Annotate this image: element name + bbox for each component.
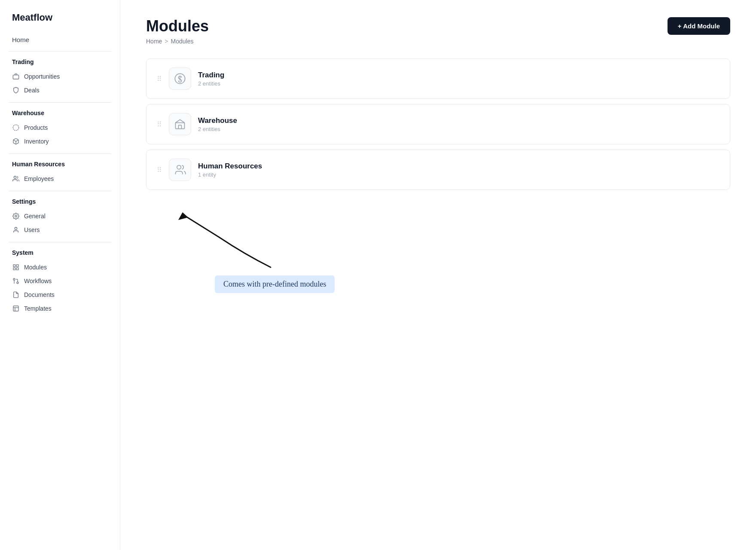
sidebar-item-inventory[interactable]: Inventory — [9, 134, 111, 148]
sidebar: Meatflow Home Trading Opportunities Deal… — [0, 0, 120, 550]
grid-icon — [12, 263, 20, 271]
file-icon — [12, 291, 20, 299]
module-card-hr[interactable]: ⠿ Human Resources 1 entity — [146, 150, 730, 190]
svg-rect-13 — [13, 306, 18, 311]
module-card-trading[interactable]: ⠿ Trading 2 entities — [146, 58, 730, 99]
app-logo: Meatflow — [9, 12, 111, 23]
sidebar-item-employees[interactable]: Employees — [9, 172, 111, 186]
user-settings-icon — [12, 226, 20, 234]
warehouse-icon — [174, 118, 186, 130]
sidebar-divider-5 — [9, 242, 111, 242]
sidebar-item-users[interactable]: Users — [9, 223, 111, 237]
warehouse-module-entities: 2 entities — [198, 126, 237, 132]
module-card-warehouse[interactable]: ⠿ Warehouse 2 entities — [146, 104, 730, 144]
annotation: Comes with pre-defined modules — [146, 203, 730, 297]
modules-list: ⠿ Trading 2 entities ⠿ — [146, 58, 730, 190]
drag-handle-trading[interactable]: ⠿ — [157, 75, 162, 83]
svg-rect-0 — [13, 75, 18, 79]
svg-point-11 — [13, 278, 15, 280]
workflow-icon — [12, 277, 20, 285]
briefcase-icon — [12, 73, 20, 80]
svg-rect-18 — [176, 123, 185, 129]
add-module-button[interactable]: + Add Module — [668, 17, 730, 35]
hr-icon-wrapper — [169, 159, 191, 181]
drag-handle-hr[interactable]: ⠿ — [157, 166, 162, 174]
sidebar-section-trading: Trading — [9, 57, 111, 67]
sidebar-item-modules[interactable]: Modules — [9, 260, 111, 274]
svg-point-10 — [17, 282, 18, 284]
trading-module-name: Trading — [198, 71, 224, 79]
sidebar-item-opportunities[interactable]: Opportunities — [9, 70, 111, 83]
svg-point-1 — [13, 125, 18, 130]
svg-point-3 — [14, 176, 16, 178]
template-icon — [12, 305, 20, 312]
trading-module-entities: 2 entities — [198, 80, 224, 87]
sidebar-item-home[interactable]: Home — [9, 34, 111, 46]
hr-module-name: Human Resources — [198, 162, 262, 171]
hr-module-info: Human Resources 1 entity — [198, 162, 262, 178]
sidebar-divider-3 — [9, 153, 111, 154]
sidebar-section-settings: Settings — [9, 196, 111, 207]
svg-point-4 — [15, 215, 17, 217]
users-icon — [12, 175, 20, 183]
dollar-circle-icon — [174, 73, 186, 85]
svg-point-22 — [177, 165, 181, 169]
warehouse-icon-wrapper — [169, 113, 191, 135]
svg-rect-8 — [16, 268, 18, 270]
svg-point-5 — [15, 227, 17, 229]
warehouse-module-info: Warehouse 2 entities — [198, 116, 237, 132]
sidebar-section-hr: Human Resources — [9, 159, 111, 169]
svg-rect-6 — [13, 265, 15, 267]
sidebar-item-deals[interactable]: Deals — [9, 83, 111, 97]
page-title: Modules — [146, 17, 209, 35]
main-content: Modules Home > Modules + Add Module ⠿ Tr… — [120, 0, 756, 550]
svg-rect-7 — [16, 265, 18, 267]
trading-icon-wrapper — [169, 67, 191, 90]
title-area: Modules Home > Modules — [146, 17, 209, 45]
sidebar-divider-2 — [9, 102, 111, 103]
breadcrumb-home[interactable]: Home — [146, 38, 162, 45]
breadcrumb-current: Modules — [171, 38, 194, 45]
gear-icon — [12, 212, 20, 220]
sidebar-divider-4 — [9, 191, 111, 191]
warehouse-module-name: Warehouse — [198, 116, 237, 125]
sidebar-item-products[interactable]: Products — [9, 121, 111, 134]
main-header: Modules Home > Modules + Add Module — [146, 17, 730, 45]
hr-module-entities: 1 entity — [198, 171, 262, 178]
sidebar-section-warehouse: Warehouse — [9, 108, 111, 118]
trading-module-info: Trading 2 entities — [198, 71, 224, 87]
annotation-text: Comes with pre-defined modules — [215, 275, 335, 293]
annotation-arrow — [159, 203, 296, 280]
shield-icon — [12, 86, 20, 94]
sidebar-item-documents[interactable]: Documents — [9, 288, 111, 302]
sidebar-divider — [9, 51, 111, 52]
sidebar-item-workflows[interactable]: Workflows — [9, 274, 111, 288]
breadcrumb: Home > Modules — [146, 38, 209, 45]
sidebar-item-general[interactable]: General — [9, 209, 111, 223]
circle-dashed-icon — [12, 124, 20, 131]
package-icon — [12, 138, 20, 145]
people-icon — [174, 164, 186, 176]
sidebar-item-templates[interactable]: Templates — [9, 302, 111, 315]
breadcrumb-separator: > — [165, 38, 168, 45]
sidebar-section-system: System — [9, 248, 111, 258]
svg-marker-23 — [178, 212, 188, 220]
svg-rect-9 — [13, 268, 15, 270]
drag-handle-warehouse[interactable]: ⠿ — [157, 120, 162, 128]
